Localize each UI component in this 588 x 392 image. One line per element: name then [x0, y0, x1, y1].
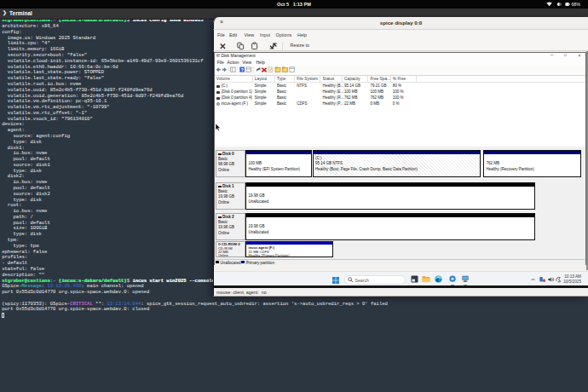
svg-text:?: ?: [240, 67, 244, 72]
